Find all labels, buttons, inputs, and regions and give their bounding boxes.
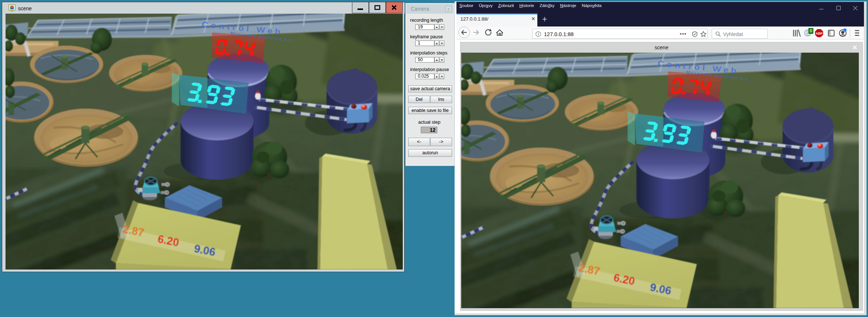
svg-text:ABP: ABP xyxy=(815,32,822,35)
svg-text:0: 0 xyxy=(810,28,812,34)
